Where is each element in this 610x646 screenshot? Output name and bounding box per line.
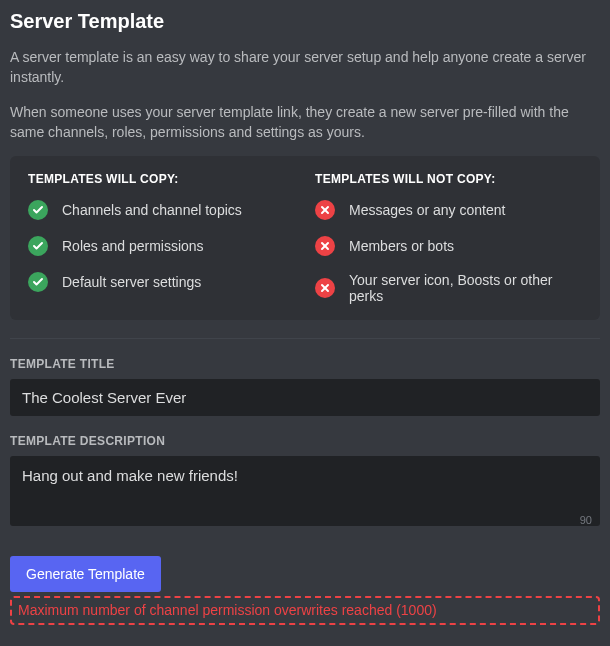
template-title-field: Template Title (10, 357, 600, 416)
error-message: Maximum number of channel permission ove… (10, 596, 600, 625)
template-title-label: Template Title (10, 357, 600, 371)
will-copy-header: Templates will copy: (28, 172, 295, 186)
copy-item: Roles and permissions (28, 236, 295, 256)
cross-icon (315, 200, 335, 220)
server-template-settings: Server Template A server template is an … (0, 0, 610, 635)
will-not-copy-header: Templates will not copy: (315, 172, 582, 186)
template-description-label: Template Description (10, 434, 600, 448)
check-icon (28, 200, 48, 220)
page-description-1: A server template is an easy way to shar… (10, 47, 600, 88)
not-copy-item: Messages or any content (315, 200, 582, 220)
char-count: 90 (580, 514, 592, 526)
template-description-field: Template Description 90 (10, 434, 600, 530)
copy-item: Default server settings (28, 272, 295, 292)
copy-info-card: Templates will copy: Channels and channe… (10, 156, 600, 320)
not-copy-item: Your server icon, Boosts or other perks (315, 272, 582, 304)
not-copy-item-label: Messages or any content (349, 202, 505, 218)
check-icon (28, 272, 48, 292)
copy-item: Channels and channel topics (28, 200, 295, 220)
copy-item-label: Roles and permissions (62, 238, 204, 254)
not-copy-item-label: Your server icon, Boosts or other perks (349, 272, 582, 304)
not-copy-item: Members or bots (315, 236, 582, 256)
not-copy-item-label: Members or bots (349, 238, 454, 254)
will-not-copy-column: Templates will not copy: Messages or any… (315, 172, 582, 304)
template-title-input[interactable] (10, 379, 600, 416)
copy-item-label: Default server settings (62, 274, 201, 290)
cross-icon (315, 236, 335, 256)
divider (10, 338, 600, 339)
will-copy-column: Templates will copy: Channels and channe… (28, 172, 295, 304)
page-description-2: When someone uses your server template l… (10, 102, 600, 143)
check-icon (28, 236, 48, 256)
page-title: Server Template (10, 10, 600, 33)
copy-item-label: Channels and channel topics (62, 202, 242, 218)
template-description-input[interactable] (10, 456, 600, 526)
cross-icon (315, 278, 335, 298)
generate-template-button[interactable]: Generate Template (10, 556, 161, 592)
